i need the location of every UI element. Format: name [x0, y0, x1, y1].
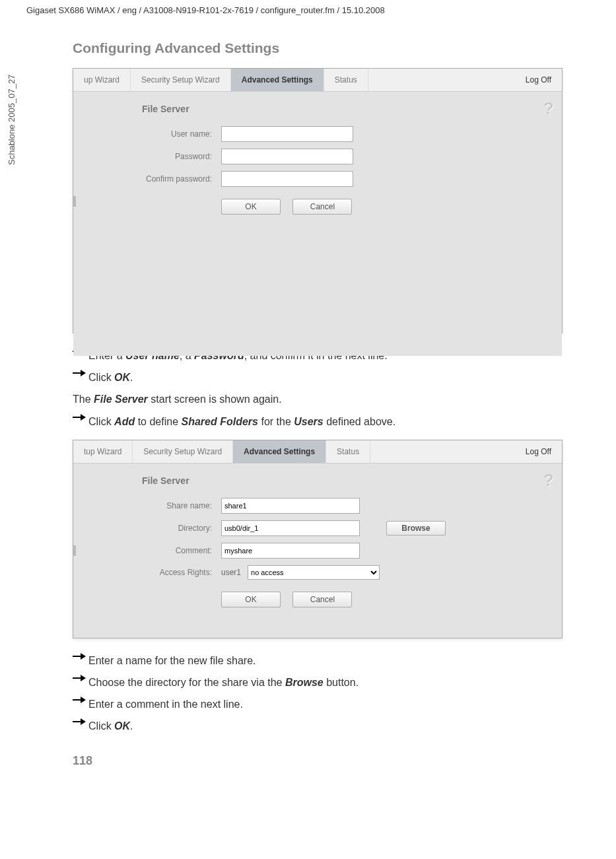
username-row: User name: [93, 126, 542, 142]
comment-label: Comment: [93, 546, 221, 555]
section-heading: Configuring Advanced Settings [73, 40, 590, 56]
ok-button[interactable]: OK [221, 592, 281, 607]
file-server-share-panel: ? File Server Share name: Directory: Bro… [73, 464, 562, 638]
instruction-text: button. [324, 677, 359, 688]
log-off-link[interactable]: Log Off [515, 69, 562, 91]
instruction-text: start screen is shown again. [148, 394, 282, 405]
page-number: 118 [73, 754, 590, 768]
ok-button[interactable]: OK [221, 199, 281, 215]
file-server-panel: ? File Server User name: Password: Confi… [73, 92, 562, 356]
share-name-label: Share name: [93, 501, 221, 510]
instruction-text: to define [135, 416, 181, 427]
comment-input[interactable] [221, 543, 360, 559]
cancel-button[interactable]: Cancel [292, 199, 352, 215]
svg-marker-3 [81, 370, 86, 376]
document-page: Gigaset SX686 WiMAX / eng / A31008-N919-… [0, 0, 616, 768]
instruction-line: Choose the directory for the share via t… [73, 673, 590, 691]
help-icon[interactable]: ? [543, 98, 554, 119]
instruction-text: . [130, 720, 133, 732]
router-ui-screenshot-1: up Wizard Security Setup Wizard Advanced… [73, 68, 563, 333]
tab-setup-wizard[interactable]: up Wizard [73, 69, 131, 91]
svg-marker-5 [81, 414, 86, 421]
instruction-bold: Browse [285, 677, 324, 688]
share-name-input[interactable] [221, 498, 360, 514]
access-rights-row: Access Rights: user1 no access [93, 565, 542, 580]
tab-security-wizard[interactable]: Security Setup Wizard [133, 440, 233, 463]
document-header-path: Gigaset SX686 WiMAX / eng / A31008-N919-… [26, 0, 590, 20]
arrow-icon [73, 695, 88, 704]
instruction-text: Choose the directory for the share via t… [88, 677, 285, 688]
template-version-vertical-text: Schablone 2005_07_27 [7, 75, 17, 165]
access-user-label: user1 [221, 568, 241, 577]
instruction-line: The File Server start screen is shown ag… [73, 390, 590, 408]
instruction-text: The [73, 394, 94, 405]
tab-security-wizard[interactable]: Security Setup Wizard [131, 69, 231, 91]
instruction-bold: File Server [94, 394, 148, 405]
instruction-bold: Add [114, 416, 135, 427]
username-input[interactable] [221, 126, 353, 142]
instruction-text: Click [88, 720, 114, 732]
arrow-icon [73, 413, 88, 422]
share-name-row: Share name: [93, 498, 542, 514]
username-label: User name: [93, 129, 221, 139]
svg-marker-9 [81, 675, 86, 681]
instruction-bold: OK [114, 372, 130, 383]
directory-input[interactable] [221, 520, 360, 536]
button-row: OK Cancel [221, 199, 542, 215]
tab-status[interactable]: Status [324, 69, 368, 91]
instruction-text: . [130, 372, 133, 383]
arrow-icon [73, 652, 88, 661]
svg-marker-7 [81, 653, 86, 660]
confirm-password-input[interactable] [221, 171, 353, 187]
log-off-link[interactable]: Log Off [515, 440, 562, 463]
side-marker-icon [73, 545, 76, 556]
instruction-text: Enter a name for the new file share. [88, 652, 256, 670]
access-rights-select[interactable]: no access [248, 565, 380, 580]
tab-setup-wizard[interactable]: tup Wizard [73, 440, 133, 463]
instruction-line: Click OK. [73, 717, 590, 735]
instruction-bold: OK [114, 720, 130, 732]
instruction-line: Click OK. [73, 368, 590, 386]
instruction-text: Enter a comment in the next line. [88, 695, 243, 713]
password-label: Password: [93, 152, 221, 161]
arrow-icon [73, 717, 88, 726]
cancel-button[interactable]: Cancel [292, 592, 352, 607]
password-row: Password: [93, 149, 542, 164]
svg-marker-13 [81, 718, 86, 725]
password-input[interactable] [221, 149, 353, 164]
instruction-text: Click [88, 416, 114, 427]
side-marker-icon [73, 196, 76, 207]
button-row: OK Cancel [221, 592, 542, 607]
instruction-line: Enter a name for the new file share. [73, 652, 590, 670]
confirm-password-row: Confirm password: [93, 171, 542, 187]
arrow-icon [73, 673, 88, 683]
instruction-block-1: Enter a User name, a Password, and confi… [73, 347, 590, 430]
panel-title: File Server [142, 104, 542, 114]
instruction-bold: Users [294, 416, 323, 427]
instruction-text: defined above. [324, 416, 395, 427]
router-ui-screenshot-2: tup Wizard Security Setup Wizard Advance… [73, 440, 563, 638]
panel-title: File Server [142, 475, 542, 486]
tab-bar: up Wizard Security Setup Wizard Advanced… [73, 69, 562, 92]
comment-row: Comment: [93, 543, 542, 559]
instruction-text: for the [258, 416, 294, 427]
tab-advanced-settings[interactable]: Advanced Settings [231, 69, 324, 91]
instruction-line: Enter a comment in the next line. [73, 695, 590, 713]
directory-label: Directory: [93, 524, 221, 533]
instruction-line: Click Add to define Shared Folders for t… [73, 413, 590, 430]
arrow-icon [73, 368, 88, 378]
svg-marker-11 [81, 697, 86, 703]
directory-row: Directory: Browse [93, 520, 542, 536]
confirm-password-label: Confirm password: [93, 174, 221, 184]
access-rights-label: Access Rights: [93, 568, 221, 577]
instruction-text: Click [88, 372, 114, 383]
instruction-bold: Shared Folders [182, 416, 258, 427]
tab-status[interactable]: Status [326, 440, 370, 463]
tab-bar: tup Wizard Security Setup Wizard Advance… [73, 440, 562, 464]
tab-advanced-settings[interactable]: Advanced Settings [233, 440, 326, 463]
browse-button[interactable]: Browse [386, 521, 446, 535]
instruction-block-2: Enter a name for the new file share. Cho… [73, 652, 590, 736]
help-icon[interactable]: ? [543, 470, 554, 491]
